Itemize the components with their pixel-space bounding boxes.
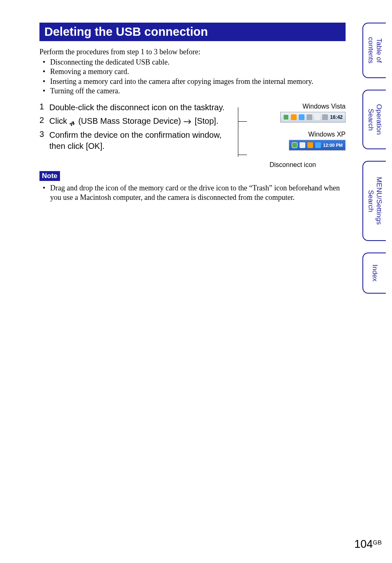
step-device: (USB Mass Storage Device) — [78, 116, 181, 125]
step-text: Click (USB Mass Storage Device) [Stop]. — [49, 116, 218, 127]
tab-operation-search[interactable]: Operation Search — [362, 90, 386, 149]
step-1: 1 Double-click the disconnect icon on th… — [39, 102, 239, 113]
page-number-value: 104 — [354, 538, 373, 550]
page-number: 104GB — [354, 538, 382, 551]
step-number: 3 — [39, 130, 45, 139]
section-title: Deleting the USB connection — [39, 23, 346, 41]
tasktray-vista: 16:42 — [280, 112, 346, 123]
list-item: Inserting a memory card into the camera … — [43, 77, 346, 86]
callout-line — [238, 121, 247, 122]
arrow-right-icon — [183, 116, 192, 127]
step-2: 2 Click (USB Mass Storage Device) [Stop]… — [39, 116, 239, 127]
svg-point-0 — [69, 123, 71, 125]
os-label-vista: Windows Vista — [247, 103, 346, 110]
list-item: Turning off the camera. — [43, 86, 346, 96]
note-badge: Note — [39, 171, 60, 181]
safely-remove-icon — [292, 142, 297, 148]
callout-line — [238, 155, 247, 155]
step-number: 1 — [39, 102, 45, 111]
step-3: 3 Confirm the device on the confirmation… — [39, 130, 239, 152]
tab-index[interactable]: Index — [362, 253, 386, 294]
tray-clock: 16:42 — [330, 114, 343, 120]
side-navigation: Table of contents Operation Search MENU/… — [362, 23, 386, 294]
tray-app-icon — [300, 142, 305, 148]
tab-table-of-contents[interactable]: Table of contents — [362, 23, 386, 78]
volume-icon — [322, 114, 328, 120]
step-prefix: Click — [49, 116, 69, 125]
list-item: Disconnecting the dedicated USB cable. — [43, 58, 346, 67]
pre-conditions-list: Disconnecting the dedicated USB cable. R… — [39, 58, 346, 96]
tray-app-icon — [291, 114, 297, 120]
svg-point-2 — [71, 125, 72, 126]
tasktray-diagram: Windows Vista 16:42 Windows XP 12:00 PM … — [247, 102, 346, 169]
tray-app-icon — [307, 142, 313, 148]
page-number-suffix: GB — [373, 539, 382, 546]
steps-list: 1 Double-click the disconnect icon on th… — [39, 102, 239, 169]
tray-app-icon — [299, 114, 304, 120]
usb-device-icon — [69, 118, 76, 124]
tray-app-icon — [307, 114, 312, 120]
step-text: Double-click the disconnect icon on the … — [49, 102, 225, 113]
list-item: Removing a memory card. — [43, 67, 346, 76]
step-number: 2 — [39, 116, 45, 125]
step-suffix: [Stop]. — [195, 116, 219, 125]
svg-rect-1 — [73, 122, 74, 123]
tab-menu-settings-search[interactable]: MENU/Settings Search — [362, 161, 386, 241]
tray-app-icon — [315, 142, 321, 148]
tray-app-icon — [314, 114, 320, 120]
tray-clock: 12:00 PM — [323, 143, 343, 148]
safely-remove-icon — [283, 114, 289, 120]
note-list: Drag and drop the icon of the memory car… — [39, 183, 346, 203]
diagram-caption: Disconnect icon — [270, 161, 346, 169]
os-label-xp: Windows XP — [247, 131, 346, 138]
intro-text: Perform the procedures from step 1 to 3 … — [39, 48, 346, 56]
tasktray-xp: 12:00 PM — [289, 140, 346, 151]
list-item: Drag and drop the icon of the memory car… — [43, 183, 346, 203]
step-text: Confirm the device on the confirmation w… — [49, 130, 239, 152]
callout-line — [238, 107, 238, 157]
